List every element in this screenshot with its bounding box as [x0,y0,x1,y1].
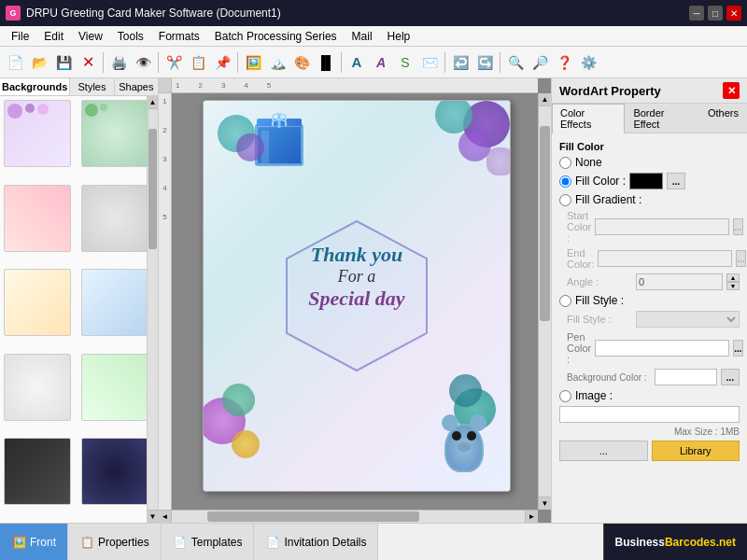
fill-color-label: Fill Color : [575,175,626,188]
background-thumb-10[interactable] [81,438,148,505]
bear [444,424,484,472]
pen-color-button[interactable]: ... [733,340,742,357]
print-preview-button[interactable]: 👁️ [132,51,154,74]
minimize-button[interactable]: ─ [689,6,704,21]
image-radio[interactable] [559,390,571,402]
background-thumb-4[interactable] [81,185,148,252]
tab-invitation[interactable]: 📄 Invitation Details [254,524,378,560]
canvas-scrollbar-v[interactable]: ▲ ▼ [538,93,551,510]
angle-input[interactable] [636,273,723,290]
menu-view[interactable]: View [71,28,110,45]
panel-scrollbar[interactable]: ▲ ▼ [147,96,158,523]
fill-gradient-radio-row: Fill Gradient : [559,193,740,206]
scroll-up[interactable]: ▲ [539,93,551,106]
save-button[interactable]: 💾 [52,51,75,74]
wordart-button[interactable]: A [370,51,392,74]
tab-others[interactable]: Others [699,104,747,133]
library-button[interactable]: Library [652,441,740,461]
scroll-down-arrow[interactable]: ▼ [148,510,158,523]
close-file-button[interactable]: ✕ [77,51,99,74]
menu-file[interactable]: File [4,28,36,45]
image-button[interactable]: 🖼️ [242,51,264,74]
redo-button[interactable]: ↪️ [473,51,496,74]
new-button[interactable]: 📄 [4,51,26,74]
image-path-input[interactable] [559,406,740,423]
barcode-button[interactable]: ▐▌ [315,51,337,74]
angle-up-button[interactable]: ▲ [726,273,740,282]
fill-color-picker-button[interactable]: ... [667,173,685,189]
end-color-button[interactable]: ... [736,250,745,267]
print-button[interactable]: 🖨️ [107,51,130,74]
none-radio[interactable] [559,157,571,169]
scroll-right[interactable]: ► [525,511,538,523]
paste-button[interactable]: 📌 [211,51,233,74]
email-button[interactable]: ✉️ [418,51,441,74]
tab-color-effects[interactable]: Color Effects [552,104,625,133]
tab-backgrounds[interactable]: Backgrounds [0,78,70,95]
color-button[interactable]: 🎨 [290,51,313,74]
settings-btn[interactable]: ⚙️ [577,51,599,74]
background-thumb-7[interactable] [4,354,71,421]
menu-tools[interactable]: Tools [110,28,151,45]
bg-color-row: Background Color : ... [567,369,740,385]
menu-edit[interactable]: Edit [36,28,71,45]
image-radio-row: Image : [559,389,740,402]
window-controls[interactable]: ─ □ ✕ [689,6,741,21]
close-button[interactable]: ✕ [726,6,741,21]
angle-down-button[interactable]: ▼ [726,282,740,290]
pen-color-input[interactable] [595,340,729,357]
tab-styles[interactable]: Styles [70,78,114,95]
image-browse-button[interactable]: ... [559,441,648,461]
fill-style-select[interactable] [636,311,740,328]
zoom-in-button[interactable]: 🔍 [504,51,527,74]
scroll-left[interactable]: ◄ [159,511,172,523]
bg-color-button[interactable]: ... [721,369,740,385]
panel-close-button[interactable]: ✕ [723,82,740,99]
fill-style-label: Fill Style : [575,294,624,307]
copy-button[interactable]: 📋 [187,51,209,74]
scroll-down[interactable]: ▼ [539,497,551,510]
maximize-button[interactable]: □ [708,6,723,21]
undo-button[interactable]: ↩️ [449,51,472,74]
text-button[interactable]: A [345,51,368,74]
canvas-scrollbar-h[interactable]: ◄ ► [159,510,538,523]
help-btn[interactable]: ❓ [553,51,575,74]
background-thumb-9[interactable] [4,438,71,505]
tab-templates[interactable]: 📄 Templates [162,524,255,560]
background-thumb-2[interactable] [81,100,148,167]
toolbar-sep-1 [103,52,104,73]
background-thumb-1[interactable] [4,100,71,167]
bg-color-input[interactable] [655,369,717,385]
start-color-button[interactable]: ... [733,218,742,235]
menu-formats[interactable]: Formats [151,28,207,45]
menu-help[interactable]: Help [380,28,418,45]
tab-shapes[interactable]: Shapes [115,78,158,95]
fill-gradient-label: Fill Gradient : [575,193,641,206]
fill-gradient-radio[interactable] [559,194,571,206]
fill-style-radio[interactable] [559,295,571,307]
start-color-label: Start Color : [567,210,591,244]
scroll-thumb-h [207,511,419,522]
tab-front[interactable]: 🖼️ Front [0,524,68,560]
fill-color-swatch[interactable] [629,173,663,189]
fill-style-radio-row: Fill Style : [559,294,740,307]
scroll-up-arrow[interactable]: ▲ [148,96,158,109]
textpath-button[interactable]: S [394,51,416,74]
menu-mail[interactable]: Mail [345,28,380,45]
open-button[interactable]: 📂 [28,51,50,74]
menu-batch[interactable]: Batch Processing Series [207,28,345,45]
tab-border-effect[interactable]: Border Effect [625,104,699,133]
background-thumb-3[interactable] [4,185,71,252]
background-thumb-5[interactable] [4,269,71,336]
picture-button[interactable]: 🏔️ [266,51,289,74]
tab-properties[interactable]: 📋 Properties [68,524,162,560]
cut-button[interactable]: ✂️ [162,51,185,74]
background-thumb-6[interactable] [81,269,148,336]
zoom-out-button[interactable]: 🔎 [529,51,551,74]
background-thumb-8[interactable] [81,354,148,421]
end-color-input[interactable] [598,250,732,267]
panel-tabs: Backgrounds Styles Shapes [0,78,158,96]
fill-color-radio[interactable] [559,175,571,188]
start-color-input[interactable] [595,218,729,235]
properties-tab-icon: 📋 [79,535,94,550]
